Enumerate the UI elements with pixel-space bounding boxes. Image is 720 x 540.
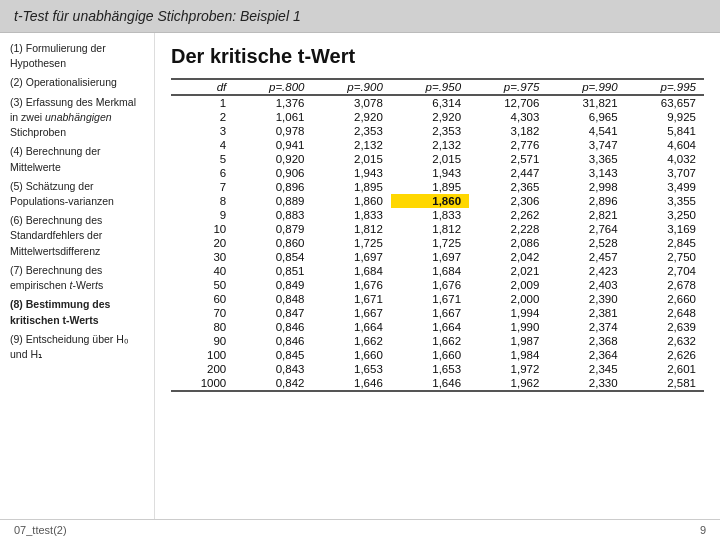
cell-p990: 2,821 — [547, 208, 625, 222]
cell-p995: 4,604 — [626, 138, 704, 152]
cell-p990: 2,368 — [547, 334, 625, 348]
cell-df: 80 — [171, 320, 234, 334]
cell-p800: 0,879 — [234, 222, 312, 236]
cell-p995: 2,626 — [626, 348, 704, 362]
cell-p900: 1,725 — [313, 236, 391, 250]
cell-p990: 2,423 — [547, 264, 625, 278]
cell-p950: 1,667 — [391, 306, 469, 320]
col-header-df: df — [171, 79, 234, 95]
cell-p800: 0,843 — [234, 362, 312, 376]
cell-p800: 0,848 — [234, 292, 312, 306]
content-area: (1) Formulierung der Hypothesen(2) Opera… — [0, 33, 720, 519]
col-header-p995: p=.995 — [626, 79, 704, 95]
table-row: 50,9202,0152,0152,5713,3654,032 — [171, 152, 704, 166]
cell-p995: 2,581 — [626, 376, 704, 391]
cell-df: 100 — [171, 348, 234, 362]
cell-p900: 1,833 — [313, 208, 391, 222]
cell-p975: 2,228 — [469, 222, 547, 236]
cell-p995: 2,601 — [626, 362, 704, 376]
sidebar: (1) Formulierung der Hypothesen(2) Opera… — [0, 33, 155, 519]
cell-p800: 0,883 — [234, 208, 312, 222]
cell-df: 40 — [171, 264, 234, 278]
cell-df: 2 — [171, 110, 234, 124]
cell-p800: 0,854 — [234, 250, 312, 264]
table-row: 70,8961,8951,8952,3652,9983,499 — [171, 180, 704, 194]
table-row: 11,3763,0786,31412,70631,82163,657 — [171, 95, 704, 110]
table-row: 100,8791,8121,8122,2282,7643,169 — [171, 222, 704, 236]
cell-p990: 2,364 — [547, 348, 625, 362]
cell-p990: 2,457 — [547, 250, 625, 264]
cell-p995: 2,750 — [626, 250, 704, 264]
cell-p975: 2,306 — [469, 194, 547, 208]
cell-p990: 2,528 — [547, 236, 625, 250]
cell-p990: 2,374 — [547, 320, 625, 334]
cell-p800: 0,941 — [234, 138, 312, 152]
t-value-table: df p=.800 p=.900 p=.950 p=.975 p=.990 p=… — [171, 78, 704, 392]
cell-p975: 2,086 — [469, 236, 547, 250]
table-row: 600,8481,6711,6712,0002,3902,660 — [171, 292, 704, 306]
cell-p975: 1,984 — [469, 348, 547, 362]
cell-df: 50 — [171, 278, 234, 292]
cell-df: 1 — [171, 95, 234, 110]
cell-p800: 0,842 — [234, 376, 312, 391]
col-header-p950: p=.950 — [391, 79, 469, 95]
cell-p975: 1,972 — [469, 362, 547, 376]
cell-df: 5 — [171, 152, 234, 166]
cell-p975: 2,365 — [469, 180, 547, 194]
cell-p950: 1,725 — [391, 236, 469, 250]
table-row: 300,8541,6971,6972,0422,4572,750 — [171, 250, 704, 264]
cell-p900: 1,664 — [313, 320, 391, 334]
cell-p900: 1,676 — [313, 278, 391, 292]
col-header-p800: p=.800 — [234, 79, 312, 95]
cell-p900: 1,860 — [313, 194, 391, 208]
cell-p800: 1,061 — [234, 110, 312, 124]
cell-p800: 0,920 — [234, 152, 312, 166]
cell-p800: 0,851 — [234, 264, 312, 278]
cell-p990: 2,764 — [547, 222, 625, 236]
cell-p900: 2,920 — [313, 110, 391, 124]
cell-df: 60 — [171, 292, 234, 306]
cell-df: 1000 — [171, 376, 234, 391]
table-row: 80,8891,8601,8602,3062,8963,355 — [171, 194, 704, 208]
cell-df: 10 — [171, 222, 234, 236]
cell-p950: 2,353 — [391, 124, 469, 138]
cell-p975: 2,042 — [469, 250, 547, 264]
table-row: 90,8831,8331,8332,2622,8213,250 — [171, 208, 704, 222]
cell-p950: 1,860 — [391, 194, 469, 208]
cell-p995: 63,657 — [626, 95, 704, 110]
cell-p800: 0,860 — [234, 236, 312, 250]
cell-p800: 0,845 — [234, 348, 312, 362]
cell-df: 20 — [171, 236, 234, 250]
cell-p990: 2,998 — [547, 180, 625, 194]
cell-p990: 2,896 — [547, 194, 625, 208]
cell-p900: 1,943 — [313, 166, 391, 180]
cell-p975: 2,571 — [469, 152, 547, 166]
cell-p950: 1,671 — [391, 292, 469, 306]
cell-p975: 1,962 — [469, 376, 547, 391]
cell-p900: 1,684 — [313, 264, 391, 278]
cell-p995: 3,250 — [626, 208, 704, 222]
cell-p990: 2,345 — [547, 362, 625, 376]
table-row: 1000,8451,6601,6601,9842,3642,626 — [171, 348, 704, 362]
cell-p900: 1,653 — [313, 362, 391, 376]
cell-p995: 2,639 — [626, 320, 704, 334]
cell-p975: 2,776 — [469, 138, 547, 152]
cell-df: 6 — [171, 166, 234, 180]
cell-p995: 4,032 — [626, 152, 704, 166]
cell-p950: 1,812 — [391, 222, 469, 236]
cell-p995: 2,845 — [626, 236, 704, 250]
cell-p995: 2,660 — [626, 292, 704, 306]
table-row: 500,8491,6761,6762,0092,4032,678 — [171, 278, 704, 292]
table-row: 700,8471,6671,6671,9942,3812,648 — [171, 306, 704, 320]
cell-p990: 2,330 — [547, 376, 625, 391]
cell-p900: 1,667 — [313, 306, 391, 320]
cell-p975: 2,262 — [469, 208, 547, 222]
sidebar-item-8: (8) Bestimmung des kritischen t-Werts — [10, 297, 144, 327]
cell-p900: 1,671 — [313, 292, 391, 306]
cell-p995: 2,678 — [626, 278, 704, 292]
sidebar-item-1: (1) Formulierung der Hypothesen — [10, 41, 144, 71]
cell-p950: 1,697 — [391, 250, 469, 264]
cell-p900: 1,660 — [313, 348, 391, 362]
table-header-row: df p=.800 p=.900 p=.950 p=.975 p=.990 p=… — [171, 79, 704, 95]
cell-p990: 2,390 — [547, 292, 625, 306]
